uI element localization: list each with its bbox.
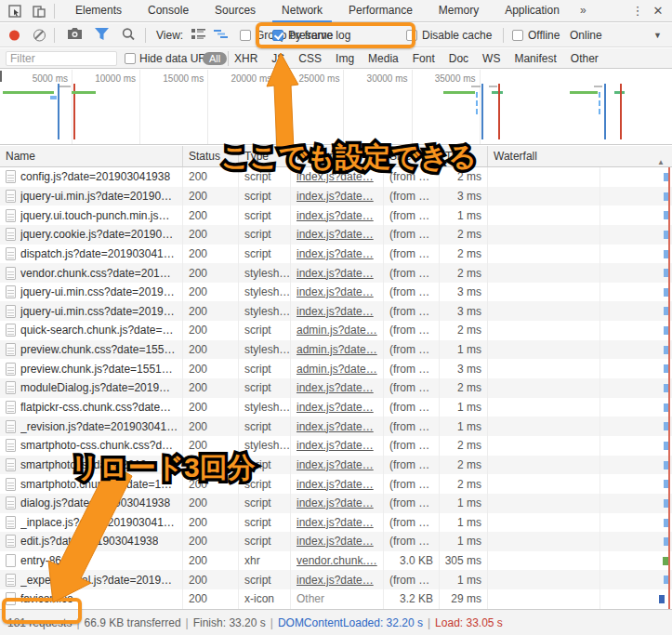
request-name: smartphoto-css.chunk.css?d… — [20, 439, 173, 452]
initiator-link[interactable]: index.js?date… — [296, 267, 374, 280]
table-row[interactable]: _inplace.js?date=201903041…200scriptinde… — [0, 513, 672, 533]
table-row[interactable]: config.js?date=201903041938200scriptinde… — [0, 167, 672, 187]
filter-type-font[interactable]: Font — [413, 52, 435, 65]
table-row[interactable]: smartphoto.js?date=2019…200scriptindex.j… — [0, 456, 672, 475]
initiator-link[interactable]: index.js?date… — [296, 516, 374, 529]
request-status: 200 — [183, 245, 239, 264]
column-header-name[interactable]: Name — [0, 146, 183, 166]
request-size: (from … — [384, 245, 440, 264]
initiator-link[interactable]: index.js?date… — [296, 574, 374, 587]
table-row[interactable]: preview.chunk.css?date=155…200stylesh…ad… — [0, 340, 672, 360]
initiator-link[interactable]: index.js?date… — [296, 496, 374, 509]
table-row[interactable]: _experimental.js?date=2019…200scriptinde… — [0, 570, 672, 589]
table-row[interactable]: smartphoto-css.chunk.css?d…200stylesh…in… — [0, 436, 672, 456]
initiator-link[interactable]: admin.js?date… — [296, 343, 377, 356]
device-toolbar-icon[interactable] — [32, 4, 46, 19]
filter-type-img[interactable]: Img — [336, 52, 354, 65]
disable-cache-label[interactable]: Disable cache — [422, 29, 492, 42]
inspect-element-icon[interactable] — [7, 4, 22, 19]
table-row[interactable]: quick-search.chunk.js?date=…200scriptadm… — [0, 321, 672, 340]
filter-type-xhr[interactable]: XHR — [234, 52, 257, 65]
column-header-waterfall[interactable]: Waterfall▲ — [488, 146, 672, 166]
search-icon[interactable] — [122, 27, 135, 43]
initiator-link[interactable]: index.js?date… — [296, 420, 374, 433]
filter-type-css[interactable]: CSS — [298, 52, 322, 65]
table-row[interactable]: edit.js?date=201903041938200scriptindex.… — [0, 532, 672, 551]
initiator-link[interactable]: admin.js?date… — [296, 324, 377, 337]
filter-funnel-icon[interactable] — [95, 28, 109, 43]
filter-type-js[interactable]: JS — [271, 52, 284, 65]
column-header-type[interactable]: Type — [239, 146, 291, 166]
initiator-link[interactable]: index.js?date… — [296, 228, 374, 241]
tab-console[interactable]: Console — [135, 0, 202, 22]
dropdown-arrow-icon[interactable]: ▼ — [653, 31, 662, 40]
clear-icon[interactable] — [33, 29, 46, 41]
table-row[interactable]: preview.chunk.js?date=1551…200scriptadmi… — [0, 359, 672, 378]
overview-dcl-candidate-line — [476, 92, 478, 114]
table-row[interactable]: jquery.ui.touch-punch.min.js…200scriptin… — [0, 205, 672, 225]
table-row[interactable]: favicon.ico200x-iconOther3.2 KB29 ms — [0, 589, 672, 609]
tab-memory[interactable]: Memory — [426, 0, 492, 22]
filter-type-all[interactable]: All — [203, 52, 227, 65]
network-overview-timeline[interactable]: 5000 ms10000 ms15000 ms20000 ms25000 ms3… — [0, 70, 672, 145]
show-overview-icon[interactable] — [214, 28, 228, 43]
table-cell: smartphoto.js?date=2019… — [0, 456, 183, 475]
initiator-link[interactable]: index.js?date… — [296, 209, 374, 222]
hide-data-urls-checkbox[interactable] — [125, 53, 136, 64]
initiator-link[interactable]: index.js?date… — [296, 305, 374, 318]
initiator-link[interactable]: index.js?date… — [296, 401, 374, 414]
overview-load-line — [620, 84, 622, 139]
record-button[interactable] — [9, 30, 20, 40]
table-row[interactable]: dialog.js?date=201903041938200scriptinde… — [0, 494, 672, 513]
filter-type-other[interactable]: Other — [571, 52, 599, 65]
column-header-size[interactable]: Size — [384, 146, 440, 166]
close-icon[interactable]: ✕ — [648, 4, 668, 18]
initiator-link[interactable]: index.js?date… — [296, 458, 374, 471]
table-row[interactable]: dispatch.js?date=201903041…200scriptinde… — [0, 245, 672, 264]
throttling-select[interactable]: Online — [570, 29, 602, 42]
table-row[interactable]: jquery.cookie.js?date=20190…200scriptind… — [0, 225, 672, 245]
tab-application[interactable]: Application — [492, 0, 573, 22]
filter-input[interactable] — [6, 51, 117, 66]
table-row[interactable]: _revision.js?date=201903041…200scriptind… — [0, 417, 672, 436]
initiator-link[interactable]: index.js?date… — [296, 285, 374, 298]
table-row[interactable]: vendor.chunk.css?date=201…200stylesh…ind… — [0, 263, 672, 283]
tab-performance[interactable]: Performance — [336, 0, 426, 22]
more-tabs-button[interactable]: » — [573, 0, 594, 22]
offline-label[interactable]: Offline — [528, 29, 560, 42]
table-row[interactable]: entry-86.200xhrvendor.chunk.…3.0 KB305 m… — [0, 551, 672, 571]
initiator-link[interactable]: index.js?date… — [296, 381, 374, 394]
capture-screenshots-icon[interactable] — [67, 28, 83, 43]
table-cell: index.js?date… — [291, 532, 384, 551]
tab-elements[interactable]: Elements — [62, 0, 135, 22]
initiator-link[interactable]: admin.js?date… — [296, 363, 377, 376]
filter-type-ws[interactable]: WS — [482, 52, 500, 65]
table-row[interactable]: jquery-ui.min.css?date=2019…200stylesh…i… — [0, 283, 672, 302]
initiator-link[interactable]: index.js?date… — [296, 535, 374, 548]
table-row[interactable]: smartphoto.chunk.js?date=1…200scriptinde… — [0, 474, 672, 494]
initiator-link[interactable]: index.js?date… — [296, 478, 374, 491]
tab-sources[interactable]: Sources — [202, 0, 269, 22]
initiator-link[interactable]: index.js?date… — [296, 439, 374, 452]
table-row[interactable]: moduleDialog.js?date=2019…200scriptindex… — [0, 378, 672, 398]
initiator-link[interactable]: index.js?date… — [296, 190, 374, 203]
column-header-initiator[interactable]: Initiator — [291, 146, 384, 166]
filter-type-media[interactable]: Media — [368, 52, 399, 65]
filter-type-doc[interactable]: Doc — [449, 52, 468, 65]
table-row[interactable]: jquery-ui.min.js?date=20190…200scriptind… — [0, 187, 672, 206]
group-by-frame-checkbox[interactable] — [240, 30, 251, 41]
initiator-link[interactable]: index.js?date… — [296, 247, 374, 260]
filter-type-manifest[interactable]: Manifest — [514, 52, 556, 65]
table-cell: _revision.js?date=201903041… — [0, 417, 183, 436]
overflow-menu-icon[interactable]: ⋮ — [627, 4, 648, 18]
large-request-rows-icon[interactable] — [191, 28, 205, 43]
table-row[interactable]: flatpickr-css.chunk.css?date…200stylesh…… — [0, 398, 672, 417]
table-row[interactable]: jquery-ui.min.css?date=2019…200stylesh…i… — [0, 301, 672, 321]
initiator-link[interactable]: index.js?date… — [296, 170, 374, 183]
offline-checkbox[interactable] — [512, 30, 523, 41]
tab-network[interactable]: Network — [269, 0, 336, 22]
initiator-link[interactable]: vendor.chunk.… — [296, 554, 377, 567]
column-header-status[interactable]: Status — [183, 146, 239, 166]
column-header-time[interactable]: Time — [440, 146, 488, 166]
request-size: 3.0 KB — [384, 551, 440, 571]
